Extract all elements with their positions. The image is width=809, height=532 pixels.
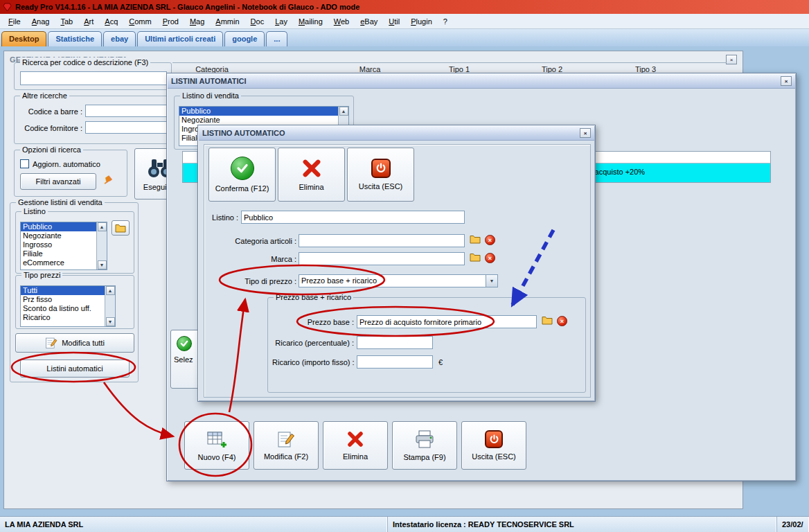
list-item[interactable]: Filiale (21, 249, 96, 258)
scroll-up-icon[interactable]: ▲ (98, 222, 107, 231)
main-window-close-icon[interactable]: × (726, 55, 737, 64)
column-header-divider (172, 62, 727, 63)
dialog-close-icon[interactable]: × (781, 76, 792, 86)
menu-mag[interactable]: Mag (184, 15, 210, 28)
edit-notepad-icon (277, 430, 295, 448)
app-gem-icon (3, 3, 12, 12)
elimina-button[interactable]: Elimina (278, 148, 345, 202)
statusbar-company: LA MIA AZIENDA SRL (0, 517, 388, 532)
menu-ebay[interactable]: eBay (355, 15, 383, 28)
power-icon (485, 430, 503, 448)
list-item[interactable]: Tutti (21, 286, 105, 295)
scroll-down-icon[interactable]: ▼ (106, 317, 115, 326)
marca-input[interactable] (299, 252, 465, 265)
ricarico-importo-input[interactable] (357, 355, 433, 369)
listino-group: Listino Pubblico Negoziante Ingrosso Fil… (15, 211, 134, 274)
list-item[interactable]: Negoziante (21, 231, 96, 240)
ricarico-percentuale-label: Ricarico (percentuale) : (272, 338, 354, 348)
conferma-button[interactable]: Conferma (F12) (208, 148, 276, 202)
list-item[interactable]: Prz fisso (21, 295, 105, 304)
scroll-up-icon[interactable]: ▲ (339, 107, 348, 116)
stampa-button[interactable]: Stampa (F9) (392, 421, 457, 470)
aggiorn-automatico-checkbox[interactable] (20, 159, 29, 168)
menu-lay[interactable]: Lay (269, 15, 293, 28)
menu-file[interactable]: File (3, 15, 26, 28)
new-grid-plus-icon (206, 430, 227, 449)
list-item[interactable]: eCommerce (21, 258, 96, 267)
ricarico-percentuale-input[interactable] (357, 336, 433, 349)
nuovo-button[interactable]: Nuovo (F4) (184, 421, 249, 470)
menu-doc[interactable]: Doc (245, 15, 270, 28)
marca-label: Marca : (205, 254, 296, 264)
menu-anag[interactable]: Anag (26, 15, 55, 28)
list-item[interactable]: Ricarico (21, 313, 105, 322)
modifica-tutti-button[interactable]: Modifica tutti (15, 333, 134, 353)
menu-plugin[interactable]: Plugin (405, 15, 438, 28)
uscita-button[interactable]: Uscita (ESC) (461, 421, 526, 470)
list-item[interactable]: Sconto da listino uff. (21, 304, 105, 313)
listino-listbox[interactable]: Pubblico Negoziante Ingrosso Filiale eCo… (20, 222, 107, 270)
pointing-hand-icon: ☛ (100, 172, 115, 188)
scroll-up-icon[interactable]: ▲ (106, 286, 115, 295)
menu-acq[interactable]: Acq (99, 15, 123, 28)
tab-more[interactable]: ... (266, 31, 287, 46)
listini-automatici-button[interactable]: Listini automatici (20, 360, 130, 378)
power-icon (371, 159, 391, 178)
aggiorn-automatico-label: Aggiorn. automatico (33, 159, 100, 169)
categoria-articoli-input[interactable] (299, 234, 465, 247)
red-cross-icon (301, 158, 322, 179)
menu-art[interactable]: Art (78, 15, 99, 28)
listino-folder-button[interactable] (112, 220, 130, 236)
app-screen: Ready Pro V14.1.16 - LA MIA AZIENDA SRL … (0, 0, 809, 532)
tipo-prezzi-listbox[interactable]: Tutti Prz fisso Sconto da listino uff. R… (20, 285, 116, 327)
chevron-down-icon[interactable]: ▼ (486, 275, 497, 287)
modifica-button[interactable]: Modifica (F2) (254, 421, 319, 470)
filtri-avanzati-button[interactable]: Filtri avanzati (20, 173, 96, 190)
list-item[interactable]: Ingrosso (21, 240, 96, 249)
marca-clear-icon[interactable]: × (485, 253, 495, 263)
tab-ebay[interactable]: ebay (103, 31, 136, 46)
list-item[interactable]: Negoziante (179, 116, 338, 125)
marca-folder-icon[interactable] (470, 253, 481, 263)
search-input[interactable] (20, 71, 167, 85)
list-item[interactable]: Pubblico (21, 222, 96, 231)
menu-tab[interactable]: Tab (55, 15, 78, 28)
menubar: File Anag Tab Art Acq Comm Prod Mag Ammi… (0, 14, 809, 29)
green-check-icon (231, 157, 254, 180)
search-group: Ricerca per codice o descrizione (F3) (14, 62, 172, 90)
prezzo-base-input[interactable] (357, 315, 537, 328)
prezzo-base-clear-icon[interactable]: × (557, 316, 567, 326)
tab-statistiche[interactable]: Statistiche (48, 31, 102, 46)
categoria-folder-icon[interactable] (470, 235, 481, 245)
scroll-down-icon[interactable]: ▼ (98, 260, 107, 269)
elimina-button[interactable]: Elimina (323, 421, 388, 470)
menu-web[interactable]: Web (328, 15, 355, 28)
listino-input[interactable] (241, 211, 465, 224)
prezzo-base-folder-icon[interactable] (542, 316, 553, 326)
tab-desktop[interactable]: Desktop (1, 31, 46, 46)
scrollbar[interactable]: ▲ ▼ (105, 286, 115, 326)
list-item[interactable]: Pubblico (179, 107, 338, 116)
dialog-titlebar: LISTINI AUTOMATICI × (168, 74, 795, 89)
menu-help[interactable]: ? (438, 15, 453, 28)
tab-ultimi-articoli[interactable]: Ultimi articoli creati (137, 31, 223, 46)
edit-notepad-icon (45, 337, 57, 349)
categoria-clear-icon[interactable]: × (485, 235, 495, 245)
tipo-prezzi-legend: Tipo prezzi (21, 270, 62, 280)
categoria-articoli-label: Categoria articoli : (205, 236, 296, 246)
opzioni-ricerca-group: Opzioni di ricerca Aggiorn. automatico F… (14, 150, 127, 197)
menu-ammin[interactable]: Ammin (210, 15, 245, 28)
menu-mailing[interactable]: Mailing (293, 15, 328, 28)
scrollbar[interactable]: ▲ ▼ (96, 222, 107, 269)
menu-comm[interactable]: Comm (123, 15, 157, 28)
uscita-button[interactable]: Uscita (ESC) (347, 148, 414, 202)
tab-google[interactable]: google (224, 31, 265, 46)
statusbar-date: 23/02/ (777, 517, 809, 532)
barcode-input[interactable] (85, 105, 168, 117)
tipo-prezzo-select[interactable]: Prezzo base + ricarico ▼ (299, 274, 498, 287)
dialog-close-icon[interactable]: × (580, 128, 591, 138)
menu-prod[interactable]: Prod (157, 15, 184, 28)
menu-util[interactable]: Util (383, 15, 405, 28)
dialog-titlebar: LISTINO AUTOMATICO × (199, 126, 594, 141)
supplier-code-input[interactable] (85, 121, 168, 134)
